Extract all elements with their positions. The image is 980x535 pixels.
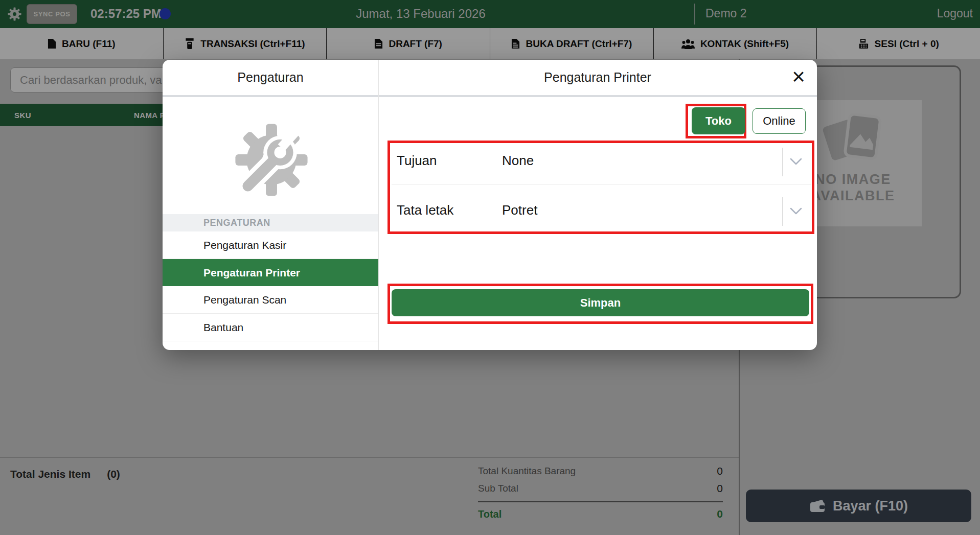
chevron-down-icon[interactable] [790,207,802,217]
toko-tab-button[interactable]: Toko [692,107,745,134]
fields-divider [392,184,811,184]
close-icon[interactable]: × [787,64,810,89]
settings-tools-icon [234,123,309,199]
field-value-tata-letak[interactable]: Potret [502,202,537,218]
sidebar-item-bantuan[interactable]: Bantuan [163,314,378,341]
field-label-tata-letak: Tata letak [397,202,453,218]
field-label-tujuan: Tujuan [397,153,437,169]
sidebar-item-pengaturan-printer[interactable]: Pengaturan Printer [163,259,378,286]
online-tab-button[interactable]: Online [753,108,806,134]
pos-screen: SYNC POS 02:57:25 PM Jumat, 13 Febuari 2… [0,0,980,535]
field-value-tujuan[interactable]: None [502,153,534,169]
settings-menu: PENGATURAN Pengaturan Kasir Pengaturan P… [163,214,378,341]
annotation-box-fields [388,141,814,234]
dropdown-separator [782,197,783,226]
modal-header-divider [163,95,817,97]
modal-title-right: Pengaturan Printer [378,60,817,95]
chevron-down-icon[interactable] [790,158,802,167]
settings-modal: Pengaturan Pengaturan Printer × [163,60,817,350]
sidebar-item-pengaturan-kasir[interactable]: Pengaturan Kasir [163,231,378,259]
sidebar-item-pengaturan-scan[interactable]: Pengaturan Scan [163,286,378,314]
save-button[interactable]: Simpan [392,289,809,316]
dropdown-separator [782,148,783,176]
modal-title-left: Pengaturan [163,60,378,95]
settings-section-header: PENGATURAN [163,214,378,231]
modal-sidebar-divider [378,60,379,350]
